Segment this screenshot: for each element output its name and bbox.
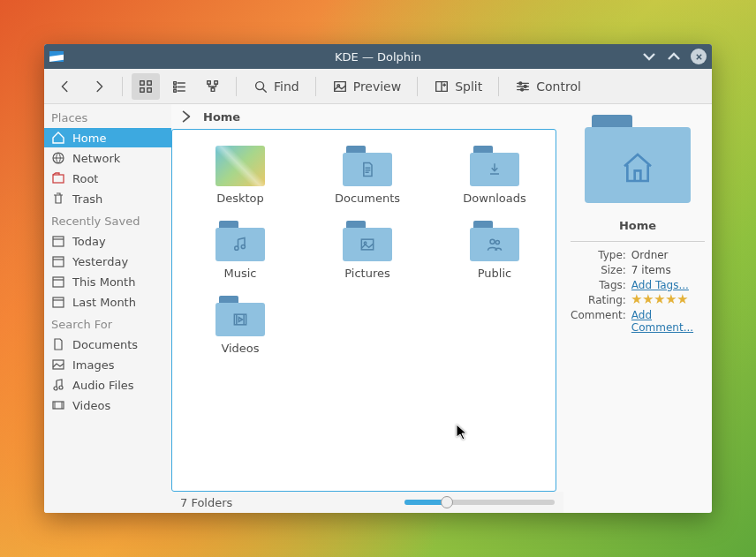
svg-rect-18 (53, 175, 64, 183)
sidebar-item-images[interactable]: Images (44, 355, 171, 374)
svg-point-25 (59, 386, 63, 389)
split-icon (434, 79, 450, 94)
app-icon (49, 51, 64, 62)
sidebar-item-label: This Month (72, 275, 135, 289)
svg-point-27 (235, 246, 238, 250)
control-label: Control (536, 79, 581, 94)
info-tags-key: Tags: (571, 279, 626, 291)
details-view-button[interactable] (199, 73, 227, 100)
sidebar-item-label: Videos (72, 399, 110, 412)
back-button[interactable] (51, 73, 79, 100)
maximize-button[interactable] (666, 49, 682, 64)
forward-button[interactable] (85, 73, 113, 100)
sidebar-item-trash[interactable]: Trash (44, 189, 171, 208)
zoom-thumb[interactable] (441, 496, 453, 508)
folder-desktop[interactable]: Desktop (179, 140, 301, 210)
folder-music[interactable]: Music (179, 215, 301, 285)
dolphin-window: KDE — Dolphin Find Preview Split Control… (44, 44, 712, 513)
folder-label: Public (478, 267, 511, 280)
sidebar-item-label: Audio Files (72, 379, 134, 392)
add-comment-link[interactable]: Add Comment... (631, 309, 693, 334)
svg-rect-1 (147, 80, 152, 85)
control-button[interactable]: Control (508, 73, 588, 100)
audio-icon (51, 378, 65, 392)
folder-pictures[interactable]: Pictures (306, 215, 428, 285)
sidebar-item-home[interactable]: Home (44, 128, 171, 147)
calendar-icon (51, 295, 65, 309)
folder-icon (215, 221, 265, 261)
arrow-right-icon (91, 79, 107, 94)
sidebar-item-today[interactable]: Today (44, 231, 171, 251)
sidebar-item-label: Yesterday (72, 255, 128, 268)
document-icon (51, 337, 65, 351)
video-icon (51, 398, 65, 412)
toolbar: Find Preview Split Control (44, 69, 712, 104)
network-icon (51, 151, 65, 165)
breadcrumb[interactable]: Home (171, 104, 563, 129)
folder-icon (343, 221, 392, 261)
separator (417, 77, 418, 96)
preview-button[interactable]: Preview (325, 73, 409, 100)
root-icon (51, 171, 65, 185)
sidebar-item-last-month[interactable]: Last Month (44, 292, 171, 312)
list-compact-icon (171, 79, 187, 94)
sidebar-item-audio[interactable]: Audio Files (44, 375, 171, 395)
folder-downloads[interactable]: Downloads (434, 140, 556, 210)
folder-icon (470, 221, 519, 261)
find-button[interactable]: Find (246, 73, 306, 100)
svg-rect-2 (140, 87, 145, 92)
status-text: 7 Folders (180, 496, 232, 509)
info-size-key: Size: (571, 264, 626, 276)
home-icon (51, 131, 65, 145)
sidebar-item-label: Images (72, 358, 115, 372)
folder-videos[interactable]: Videos (179, 290, 301, 360)
svg-point-15 (524, 85, 526, 87)
folder-public[interactable]: Public (434, 215, 556, 285)
minimize-button[interactable] (641, 49, 657, 64)
sidebar-item-this-month[interactable]: This Month (44, 272, 171, 291)
sidebar-item-label: Network (72, 152, 120, 165)
svg-point-31 (490, 239, 495, 244)
sidebar-item-label: Root (72, 172, 98, 185)
info-size-value: 7 items (631, 264, 705, 276)
separator (571, 241, 705, 242)
info-folder-icon (585, 115, 691, 203)
svg-rect-21 (53, 277, 64, 287)
titlebar: KDE — Dolphin (44, 44, 712, 69)
folder-label: Documents (335, 192, 400, 205)
sidebar-item-documents[interactable]: Documents (44, 335, 171, 354)
file-view[interactable]: DesktopDocumentsDownloadsMusicPicturesPu… (171, 129, 556, 492)
separator (315, 77, 316, 96)
sidebar-item-network[interactable]: Network (44, 148, 171, 168)
trash-icon (51, 192, 65, 206)
find-label: Find (274, 79, 299, 94)
sidebar-item-label: Documents (72, 338, 138, 351)
rating-stars[interactable] (631, 294, 705, 305)
folder-documents[interactable]: Documents (306, 140, 428, 210)
close-button[interactable] (691, 49, 707, 64)
zoom-slider[interactable] (404, 500, 555, 505)
sidebar-item-label: Last Month (72, 296, 136, 309)
info-panel: Home Type: Ordner Size: 7 items Tags: Ad… (563, 104, 712, 513)
svg-rect-5 (174, 86, 177, 88)
sidebar-item-label: Home (72, 132, 106, 145)
svg-rect-3 (147, 87, 152, 92)
split-button[interactable]: Split (427, 73, 489, 100)
places-header: Places (44, 106, 171, 128)
separator (498, 77, 499, 96)
sidebar-item-label: Today (72, 235, 106, 248)
folder-label: Desktop (216, 192, 264, 205)
svg-point-28 (241, 245, 245, 248)
separator (236, 77, 237, 96)
icon-view-button[interactable] (132, 73, 160, 100)
grid-icon (138, 79, 154, 94)
add-tags-link[interactable]: Add Tags... (631, 279, 689, 291)
sidebar-item-videos[interactable]: Videos (44, 395, 171, 415)
statusbar: 7 Folders (171, 492, 563, 513)
desktop-icon (215, 146, 265, 186)
compact-view-button[interactable] (165, 73, 193, 100)
sidebar-item-root[interactable]: Root (44, 169, 171, 188)
folder-icon (470, 146, 519, 186)
places-panel: Places Home Network Root Trash Recently … (44, 104, 171, 513)
sidebar-item-yesterday[interactable]: Yesterday (44, 252, 171, 271)
